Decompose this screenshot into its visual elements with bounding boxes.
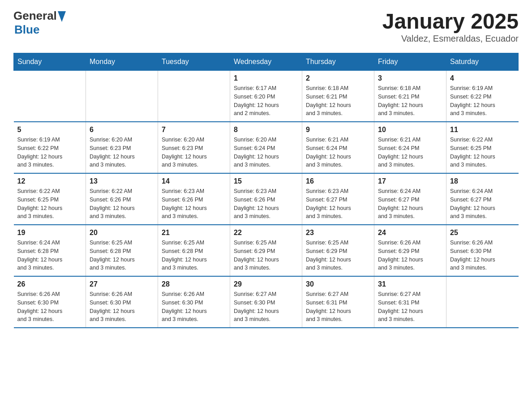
calendar-cell: 7Sunrise: 6:20 AM Sunset: 6:23 PM Daylig… [158,122,230,173]
day-info: Sunrise: 6:23 AM Sunset: 6:26 PM Dayligh… [234,187,298,221]
calendar-cell: 19Sunrise: 6:24 AM Sunset: 6:28 PM Dayli… [14,225,86,276]
title-section: January 2025 Valdez, Esmeraldas, Ecuador [382,9,519,44]
day-number: 16 [306,177,370,185]
day-number: 17 [378,177,442,185]
day-number: 11 [450,126,515,134]
calendar-cell: 27Sunrise: 6:26 AM Sunset: 6:30 PM Dayli… [86,276,158,328]
day-number: 5 [17,126,82,134]
weekday-header-wednesday: Wednesday [230,53,302,71]
day-info: Sunrise: 6:23 AM Sunset: 6:26 PM Dayligh… [162,187,226,221]
calendar-cell: 29Sunrise: 6:27 AM Sunset: 6:30 PM Dayli… [230,276,302,328]
calendar-body: 1Sunrise: 6:17 AM Sunset: 6:20 PM Daylig… [14,71,519,328]
day-info: Sunrise: 6:24 AM Sunset: 6:27 PM Dayligh… [378,187,442,221]
calendar-cell: 20Sunrise: 6:25 AM Sunset: 6:28 PM Dayli… [86,225,158,276]
calendar-header: SundayMondayTuesdayWednesdayThursdayFrid… [14,53,519,71]
calendar-cell: 3Sunrise: 6:18 AM Sunset: 6:21 PM Daylig… [374,71,446,122]
day-number: 8 [234,126,298,134]
day-number: 24 [378,229,442,237]
day-number: 28 [162,280,226,288]
svg-marker-0 [58,11,66,22]
weekday-header-monday: Monday [86,53,158,71]
calendar-cell: 2Sunrise: 6:18 AM Sunset: 6:21 PM Daylig… [302,71,374,122]
calendar-cell [446,276,519,328]
calendar-cell: 11Sunrise: 6:22 AM Sunset: 6:25 PM Dayli… [446,122,519,173]
calendar-cell [86,71,158,122]
calendar-cell: 14Sunrise: 6:23 AM Sunset: 6:26 PM Dayli… [158,173,230,225]
day-info: Sunrise: 6:22 AM Sunset: 6:25 PM Dayligh… [450,136,515,169]
day-number: 27 [90,280,154,288]
day-number: 9 [306,126,370,134]
day-number: 12 [17,177,82,185]
calendar-cell: 31Sunrise: 6:27 AM Sunset: 6:31 PM Dayli… [374,276,446,328]
weekday-header-thursday: Thursday [302,53,374,71]
day-number: 31 [378,280,442,288]
page-header: General Blue January 2025 Valdez, Esmera… [13,9,519,44]
calendar-cell: 26Sunrise: 6:26 AM Sunset: 6:30 PM Dayli… [14,276,86,328]
calendar-cell: 30Sunrise: 6:27 AM Sunset: 6:31 PM Dayli… [302,276,374,328]
day-info: Sunrise: 6:27 AM Sunset: 6:31 PM Dayligh… [306,290,370,324]
weekday-header-row: SundayMondayTuesdayWednesdayThursdayFrid… [14,53,519,71]
calendar-cell [14,71,86,122]
day-number: 21 [162,229,226,237]
day-number: 25 [450,229,515,237]
calendar-cell: 25Sunrise: 6:26 AM Sunset: 6:30 PM Dayli… [446,225,519,276]
day-number: 13 [90,177,154,185]
day-number: 30 [306,280,370,288]
day-info: Sunrise: 6:19 AM Sunset: 6:22 PM Dayligh… [17,136,82,169]
calendar-cell: 22Sunrise: 6:25 AM Sunset: 6:29 PM Dayli… [230,225,302,276]
weekday-header-sunday: Sunday [14,53,86,71]
day-info: Sunrise: 6:21 AM Sunset: 6:24 PM Dayligh… [306,136,370,169]
day-info: Sunrise: 6:21 AM Sunset: 6:24 PM Dayligh… [378,136,442,169]
calendar-cell: 16Sunrise: 6:23 AM Sunset: 6:27 PM Dayli… [302,173,374,225]
weekday-header-tuesday: Tuesday [158,53,230,71]
day-info: Sunrise: 6:26 AM Sunset: 6:30 PM Dayligh… [17,290,82,324]
calendar-cell: 9Sunrise: 6:21 AM Sunset: 6:24 PM Daylig… [302,122,374,173]
weekday-header-friday: Friday [374,53,446,71]
calendar-cell: 24Sunrise: 6:26 AM Sunset: 6:29 PM Dayli… [374,225,446,276]
day-info: Sunrise: 6:20 AM Sunset: 6:24 PM Dayligh… [234,136,298,169]
calendar-cell: 8Sunrise: 6:20 AM Sunset: 6:24 PM Daylig… [230,122,302,173]
day-number: 19 [17,229,82,237]
day-number: 29 [234,280,298,288]
day-number: 18 [450,177,515,185]
day-number: 26 [17,280,82,288]
day-info: Sunrise: 6:26 AM Sunset: 6:30 PM Dayligh… [450,239,515,272]
day-info: Sunrise: 6:24 AM Sunset: 6:28 PM Dayligh… [17,239,82,272]
day-info: Sunrise: 6:25 AM Sunset: 6:28 PM Dayligh… [90,239,154,272]
calendar-cell: 10Sunrise: 6:21 AM Sunset: 6:24 PM Dayli… [374,122,446,173]
day-info: Sunrise: 6:25 AM Sunset: 6:28 PM Dayligh… [162,239,226,272]
day-info: Sunrise: 6:20 AM Sunset: 6:23 PM Dayligh… [90,136,154,169]
day-info: Sunrise: 6:19 AM Sunset: 6:22 PM Dayligh… [450,84,515,118]
day-info: Sunrise: 6:23 AM Sunset: 6:27 PM Dayligh… [306,187,370,221]
calendar-cell: 13Sunrise: 6:22 AM Sunset: 6:26 PM Dayli… [86,173,158,225]
logo-general-text: General [13,9,57,23]
day-info: Sunrise: 6:18 AM Sunset: 6:21 PM Dayligh… [378,84,442,118]
calendar-cell: 28Sunrise: 6:26 AM Sunset: 6:30 PM Dayli… [158,276,230,328]
day-info: Sunrise: 6:24 AM Sunset: 6:27 PM Dayligh… [450,187,515,221]
day-number: 15 [234,177,298,185]
day-number: 3 [378,74,442,82]
day-info: Sunrise: 6:26 AM Sunset: 6:30 PM Dayligh… [162,290,226,324]
day-number: 14 [162,177,226,185]
logo: General Blue [13,9,66,37]
calendar-week-5: 26Sunrise: 6:26 AM Sunset: 6:30 PM Dayli… [14,276,519,328]
day-number: 2 [306,74,370,82]
calendar-cell: 23Sunrise: 6:25 AM Sunset: 6:29 PM Dayli… [302,225,374,276]
logo-triangle-icon [58,11,66,22]
logo-blue-text: Blue [14,23,66,37]
page-subtitle: Valdez, Esmeraldas, Ecuador [382,34,519,44]
day-info: Sunrise: 6:17 AM Sunset: 6:20 PM Dayligh… [234,84,298,118]
day-number: 20 [90,229,154,237]
day-number: 7 [162,126,226,134]
day-info: Sunrise: 6:25 AM Sunset: 6:29 PM Dayligh… [306,239,370,272]
weekday-header-saturday: Saturday [446,53,519,71]
calendar-cell: 21Sunrise: 6:25 AM Sunset: 6:28 PM Dayli… [158,225,230,276]
calendar-cell: 12Sunrise: 6:22 AM Sunset: 6:25 PM Dayli… [14,173,86,225]
calendar-week-1: 1Sunrise: 6:17 AM Sunset: 6:20 PM Daylig… [14,71,519,122]
day-info: Sunrise: 6:26 AM Sunset: 6:29 PM Dayligh… [378,239,442,272]
day-info: Sunrise: 6:27 AM Sunset: 6:31 PM Dayligh… [378,290,442,324]
day-info: Sunrise: 6:18 AM Sunset: 6:21 PM Dayligh… [306,84,370,118]
calendar-week-3: 12Sunrise: 6:22 AM Sunset: 6:25 PM Dayli… [14,173,519,225]
calendar-cell [158,71,230,122]
day-number: 1 [234,74,298,82]
